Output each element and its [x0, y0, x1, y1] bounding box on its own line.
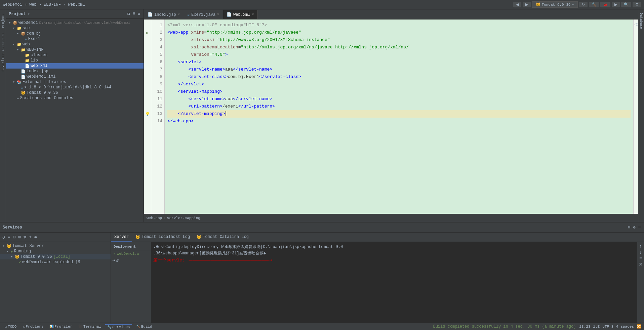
collapse-all-icon[interactable]: ⊟ — [127, 11, 130, 17]
run-btn[interactable]: ▶ — [612, 2, 620, 7]
tab-indexjsp[interactable]: 📄 index.jsp × — [144, 10, 184, 19]
tree-item-src[interactable]: ▾ 📁 src — [6, 26, 144, 31]
tab-terminal[interactable]: ⬛ Terminal — [76, 324, 103, 329]
tab-build[interactable]: 🔨 Build — [134, 324, 154, 329]
services-tree-item-running[interactable]: ▾ ▶ Running — [0, 249, 111, 254]
tree-item-exer1[interactable]: ☕ Exer1 — [6, 36, 144, 42]
group-icon[interactable]: ⊞ — [17, 234, 22, 241]
tomcat-lib-icon: 🐱 — [21, 91, 26, 95]
server-tab-label: Server — [114, 235, 129, 239]
scroll-up-btn[interactable]: ↑ — [639, 243, 643, 249]
services-tab-label: Services — [112, 325, 130, 329]
tomcat-server-icon: 🐱 — [7, 244, 11, 248]
clear-btn[interactable]: ✕ — [639, 261, 643, 267]
tree-item-scratches[interactable]: ✏ Scratches and Consoles — [6, 95, 144, 101]
svc-tab-localhost-log[interactable]: 🐱 Tomcat Localhost Log — [132, 233, 193, 242]
connect-icon[interactable]: ⊕ — [33, 234, 38, 241]
tree-item-combj[interactable]: ▾ 📦 com.bj — [6, 31, 144, 36]
tab-services[interactable]: 🔧 Services — [105, 324, 132, 329]
build-status: Build completed successfully in 4 sec. 3… — [433, 324, 576, 329]
tab-profiler[interactable]: 📊 Profiler — [47, 324, 74, 329]
tab-label: web.xml — [233, 12, 250, 17]
tab-close-icon[interactable]: × — [217, 13, 219, 16]
tab-todo[interactable]: ☑ TODO — [3, 324, 18, 329]
gutter-cell-3 — [144, 36, 151, 44]
collapse-icon[interactable]: ⊟ — [12, 234, 17, 241]
svc-tab-catalina-log[interactable]: 🐱 Tomcat Catalina Log — [193, 233, 252, 242]
terminal-icon: ⬛ — [78, 325, 82, 329]
code-editor[interactable]: ▶ 💡 1 2 3 — [144, 19, 638, 214]
tree-item-extlibs[interactable]: ▾ 📚 External Libraries — [6, 79, 144, 85]
gutter-cell-4 — [144, 44, 151, 51]
tree-item-jdk[interactable]: ☕ < 1.8 > D:\ruanjian\jdk\jdk1.8.0_144 — [6, 85, 144, 90]
services-tree-item-instance[interactable]: ▾ 🐱 Tomcat 9.0.36 [local] — [0, 254, 111, 259]
code-line-14: </web-app> — [167, 118, 631, 125]
tree-item-webdemo1[interactable]: ▾ 📦 webDemo1 D:\ruanjian\idea\work\webse… — [6, 20, 144, 26]
tab-close-icon[interactable]: × — [178, 13, 180, 16]
bottom-panel: Services ⊞ ⚙ — ↺ ≡ ⊟ ⊞ ▽ + ⊕ — [0, 222, 644, 323]
git-icon: 🔀 — [637, 324, 641, 329]
catalina-log-label: Tomcat Catalina Log — [203, 235, 249, 239]
build-icon: 🔨 — [136, 325, 140, 329]
tree-item-lib[interactable]: 📁 lib — [6, 58, 144, 63]
gutter-cell-11 — [144, 95, 151, 103]
deployment-header: Deployment — [111, 243, 151, 250]
output-actions: ↑ ↓ ≡ ✕ — [637, 242, 644, 323]
tab-exer1java[interactable]: ☕ Exer1.java × — [184, 10, 223, 19]
tab-problems[interactable]: ⚠ Problems — [21, 324, 45, 329]
wrap-btn[interactable]: ≡ — [639, 255, 643, 261]
list-icon[interactable]: ≡ — [7, 234, 11, 240]
expand-icon[interactable]: ⊞ — [627, 224, 631, 231]
deployment-item[interactable]: ✔ webDemo1:w — [111, 250, 151, 257]
tree-item-webinf[interactable]: ▾ 📁 WEB-INF — [6, 47, 144, 52]
project-sidebar-icon[interactable]: Project — [0, 11, 6, 31]
services-tree-item-tomcat-server[interactable]: ▾ 🐱 Tomcat Server — [0, 243, 111, 249]
scroll-down-btn[interactable]: ↓ — [639, 249, 643, 255]
minimize-icon[interactable]: — — [638, 224, 641, 231]
sort-icon[interactable]: ≡ — [132, 11, 136, 17]
refresh-btn[interactable]: ↻ — [579, 2, 588, 7]
debug-btn[interactable]: 🐞 — [600, 2, 610, 7]
code-content[interactable]: <?xml version="1.0" encoding="UTF-8"?> <… — [165, 19, 633, 214]
services-toolbar: ↺ ≡ ⊟ ⊞ ▽ + ⊕ — [0, 233, 111, 242]
src-folder-icon: 📁 — [17, 26, 22, 31]
nav-fwd-btn[interactable]: ▶ — [523, 2, 531, 7]
search-btn[interactable]: 🔍 — [621, 2, 631, 7]
tree-item-classes[interactable]: 📁 classes — [6, 52, 144, 58]
gutter-warn-icon[interactable]: 💡 — [144, 110, 151, 118]
favorites-sidebar-icon[interactable]: Favorites — [0, 52, 6, 73]
tab-webxml[interactable]: 📄 web.xml × — [223, 10, 257, 19]
xml-tab-icon: 📄 — [227, 12, 232, 17]
editor-area: Project Structure Favorites Project ▾ ⊟ … — [0, 9, 644, 222]
tree-item-indexjsp[interactable]: 📄 index.jsp — [6, 69, 144, 74]
breadcrumb-bar: web-app › servlet-mapping — [144, 214, 638, 222]
nav-back-btn[interactable]: ◀ — [513, 2, 521, 7]
tree-item-tomcat-lib[interactable]: 🐱 Tomcat 9.0.36 — [6, 90, 144, 95]
settings-icon[interactable]: ⚙ — [137, 11, 141, 17]
add-icon[interactable]: + — [28, 234, 33, 240]
tree-item-iml[interactable]: 📄 webDemo1.iml — [6, 74, 144, 79]
gutter-run-icon[interactable]: ▶ — [144, 29, 151, 36]
tomcat-dropdown[interactable]: 🐱 Tomcat 9.0.36 ▾ — [532, 1, 578, 8]
filter-icon[interactable]: ▽ — [23, 234, 27, 241]
settings-icon[interactable]: ⚙ — [633, 224, 636, 231]
svc-tab-server[interactable]: Server — [111, 233, 132, 242]
tab-close-icon[interactable]: × — [252, 13, 254, 16]
problems-icon: ⚠ — [23, 325, 25, 329]
structure-sidebar-icon[interactable]: Structure — [0, 32, 6, 52]
web-folder-icon: 📁 — [17, 42, 22, 47]
deploy-right-arrow-icon[interactable]: ➜ — [112, 257, 115, 263]
gutter-cell-10 — [144, 88, 151, 95]
tree-item-webxml[interactable]: 📄 web.xml — [6, 63, 144, 69]
refresh-icon[interactable]: ↺ — [1, 234, 6, 241]
gutter-cell-9 — [144, 81, 151, 88]
deploy-arrows: ➜ ↺ — [111, 257, 151, 264]
settings-btn[interactable]: ⚙ — [633, 2, 641, 7]
build-btn[interactable]: 🔨 — [589, 2, 599, 7]
database-sidebar-icon[interactable]: Database — [639, 11, 644, 31]
services-tree-item-deploy[interactable]: ✔ webDemo1:war exploded [S — [0, 259, 111, 265]
problems-label: Problems — [26, 325, 43, 329]
deploy-refresh-icon[interactable]: ↺ — [116, 257, 118, 263]
code-line-9: </servlet> — [167, 81, 631, 88]
tree-item-web[interactable]: ▾ 📁 web — [6, 42, 144, 47]
